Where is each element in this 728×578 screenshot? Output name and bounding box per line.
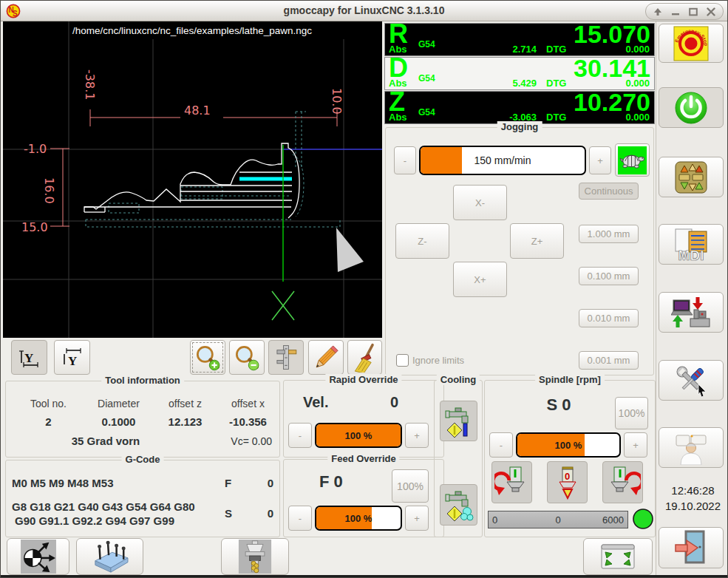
zoom-in-icon (193, 343, 222, 373)
tool-description: 35 Grad vorn (35, 435, 176, 447)
view-y2-button[interactable]: Y (54, 340, 90, 375)
jogging-frame: Jogging - 150 mm/min + Continuous X- Z- (385, 127, 654, 375)
rapid-override-frame: Rapid Override Vel. 0 - 100 % + (283, 380, 444, 458)
svg-text:48.1: 48.1 (184, 103, 211, 118)
close-icon[interactable] (707, 7, 715, 16)
cooling-title: Cooling (437, 374, 480, 385)
zoom-in-button[interactable] (190, 340, 225, 375)
jog-x-plus-button[interactable]: X+ (453, 262, 507, 297)
rapid-plus-button[interactable]: + (405, 423, 429, 448)
spindle-plus-button[interactable]: + (624, 432, 647, 458)
jog-z-minus-button[interactable]: Z- (395, 223, 449, 259)
mdi-mode-button[interactable]: MDI (659, 224, 724, 265)
dro-row-z[interactable]: Z G54 10.270 Abs -3.063 DTG 0.000 (384, 91, 655, 124)
feed-reset-button[interactable]: 100% (392, 469, 429, 503)
spindle-stop-button[interactable]: 0 (547, 461, 588, 503)
jog-increment-1mm-button[interactable]: 1.000 mm (579, 225, 639, 243)
cooling-frame: Cooling (434, 380, 483, 537)
estop-button[interactable]: Emergency-Stop (659, 24, 724, 63)
jog-speed-bar[interactable]: 150 mm/min (419, 146, 586, 175)
edit-gcode-button[interactable] (308, 340, 344, 375)
machine-on-button[interactable] (659, 87, 724, 128)
tool-info-title: Tool information (101, 375, 184, 386)
dro-coord-system: G54 (418, 73, 435, 84)
exit-door-icon (673, 529, 710, 566)
f-value: 0 (242, 477, 273, 489)
jog-speed-minus-button[interactable]: - (394, 146, 416, 174)
tool-change-button[interactable] (221, 538, 289, 575)
origin-icon (21, 540, 56, 574)
jog-speed-plus-button[interactable]: + (589, 146, 611, 174)
jog-pad-icon (673, 160, 709, 195)
exit-button[interactable] (659, 527, 724, 568)
dro-row-x[interactable]: R G54 15.070 Abs 2.714 DTG 0.000 (384, 23, 655, 56)
jog-continuous-button[interactable]: Continuous (579, 183, 639, 200)
gcode-frame: G-Code M0 M5 M9 M48 M53 F 0 G8 G18 G21 G… (5, 460, 280, 537)
touch-plate-icon (89, 540, 132, 574)
spindle-speed-label: S 0 (529, 395, 588, 415)
titlebar[interactable]: N S gmoccapy for LinuxCNC 3.1.3.10 (1, 1, 727, 21)
jog-x-minus-button[interactable]: X- (453, 185, 507, 220)
dro-dtg-label: DTG (546, 44, 566, 55)
tool-info-frame: Tool information Tool no. Diameter offse… (5, 381, 280, 458)
active-gcodes-line1: G8 G18 G21 G40 G43 G54 G64 G80 (12, 500, 195, 513)
mist-coolant-button[interactable] (440, 484, 477, 526)
operator-icon (672, 431, 710, 465)
gcode-preview-drawing: 48.1 -38.1 10.0 -1.0 16.0 15.0 (3, 21, 382, 338)
turtle-jog-button[interactable] (615, 143, 650, 177)
spindle-left-button[interactable] (491, 461, 532, 503)
spindle-right-button[interactable] (602, 461, 643, 503)
offset-z-header: offset z (154, 398, 217, 409)
jog-increment-001mm-button[interactable]: 0.010 mm (579, 309, 639, 327)
dro-coord-system: G54 (418, 39, 435, 50)
tools-icon (672, 364, 710, 398)
jogging-title: Jogging (497, 121, 542, 132)
dro-abs-label: Abs (389, 112, 407, 123)
touch-off-button[interactable] (7, 538, 69, 575)
ignore-limits-checkbox[interactable] (396, 354, 409, 367)
feed-override-title: Feed Override (327, 453, 399, 464)
view-y-button[interactable]: Y (11, 340, 47, 375)
zoom-out-button[interactable] (229, 340, 265, 375)
dro-row-d[interactable]: D G54 30.141 Abs 5.429 DTG 0.000 (384, 57, 655, 90)
spindle-title: Spindle [rpm] (535, 374, 605, 385)
clear-plot-button[interactable] (347, 340, 382, 375)
s-label: S (225, 507, 232, 520)
spindle-override-percent: 100 % (517, 440, 619, 451)
rapid-override-percent: 100 % (316, 430, 401, 441)
gcode-preview[interactable]: 48.1 -38.1 10.0 -1.0 16.0 15.0 (3, 21, 382, 338)
dimensions-toggle-button[interactable] (268, 340, 304, 375)
shade-icon[interactable] (653, 7, 662, 16)
rapid-override-bar[interactable]: 100 % (315, 423, 402, 448)
block-height-button[interactable] (76, 538, 143, 575)
rapid-minus-button[interactable]: - (288, 423, 312, 448)
feed-override-frame: Feed Override F 0 100% - 100 % + (283, 459, 444, 537)
spindle-minus-button[interactable]: - (489, 432, 513, 458)
auto-mode-button[interactable] (659, 292, 724, 333)
flood-coolant-button[interactable] (440, 401, 477, 441)
maximize-icon[interactable] (689, 7, 698, 16)
feed-plus-button[interactable]: + (405, 506, 429, 531)
spindle-reset-button[interactable]: 100% (615, 397, 648, 429)
settings-button[interactable] (659, 360, 724, 401)
fullscreen-button[interactable] (583, 538, 653, 575)
gmoccapy-window: N S gmoccapy for LinuxCNC 3.1.3.10 (0, 0, 728, 578)
minimize-icon[interactable] (671, 7, 680, 16)
emergency-stop-icon: Emergency-Stop (673, 26, 709, 61)
spindle-override-bar[interactable]: 100 % (516, 432, 621, 458)
feed-override-bar[interactable]: 100 % (315, 506, 402, 531)
ignore-limits-label: Ignore limits (412, 355, 464, 366)
dro-dtg-label: DTG (546, 78, 566, 89)
clock-date: 19.10.2022 (656, 498, 728, 514)
user-mode-button[interactable] (659, 427, 724, 468)
jog-z-plus-button[interactable]: Z+ (510, 223, 564, 259)
mist-icon (443, 487, 475, 523)
feed-minus-button[interactable]: - (288, 506, 312, 531)
jog-increment-0001mm-button[interactable]: 0.001 mm (579, 351, 639, 370)
jog-increment-01mm-button[interactable]: 0.100 mm (579, 267, 639, 285)
mdi-icon: MDI (670, 228, 712, 262)
spindle-ccw-icon (494, 464, 530, 501)
window-bottom-edge (1, 575, 727, 577)
manual-mode-button[interactable] (659, 157, 724, 197)
loaded-file-path: /home/cnc/linuxcnc/nc_files/examples/lat… (72, 25, 312, 36)
